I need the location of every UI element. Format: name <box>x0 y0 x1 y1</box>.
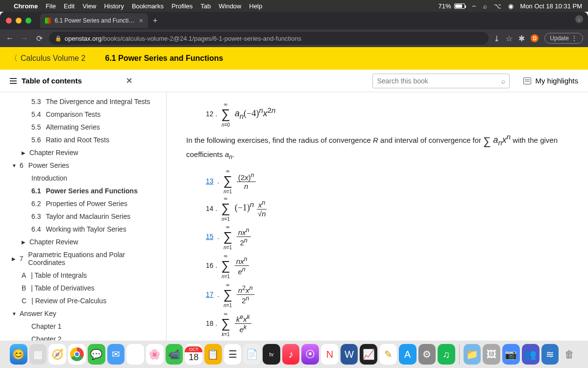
dock-preview[interactable]: 🖼 <box>483 344 500 365</box>
sidebar-item[interactable]: A| Table of Integrals <box>0 269 166 282</box>
sidebar-item[interactable]: ▼6Power Series <box>0 159 166 172</box>
dock-app-1[interactable]: 📋 <box>204 344 222 365</box>
tab-close-icon[interactable]: × <box>139 17 143 25</box>
dock-app-2[interactable]: 📄 <box>243 344 261 365</box>
sidebar-item[interactable]: B| Table of Derivatives <box>0 282 166 294</box>
menu-tab[interactable]: Tab <box>200 2 211 10</box>
profile-badge[interactable]: D <box>531 34 539 42</box>
extensions-icon[interactable]: ✱ <box>518 34 525 43</box>
menu-history[interactable]: History <box>104 2 123 10</box>
menu-bookmarks[interactable]: Bookmarks <box>132 2 164 10</box>
dock-tv[interactable]: tv <box>263 344 280 365</box>
sidebar-item[interactable]: 5.6Ratio and Root Tests <box>0 133 166 146</box>
menu-file[interactable]: File <box>46 2 56 10</box>
item-label: Parametric Equations and Polar Coordinat… <box>28 251 161 266</box>
wifi-icon[interactable]: ⌢ <box>472 2 476 10</box>
menu-profiles[interactable]: Profiles <box>172 2 193 10</box>
item-number: 5.6 <box>31 136 41 144</box>
control-center-icon[interactable]: ⌥ <box>494 2 501 10</box>
dock-mail[interactable]: ✉ <box>107 344 125 365</box>
dock-settings[interactable]: ⚙ <box>418 344 436 365</box>
dock-podcasts[interactable]: ⦿ <box>301 344 319 365</box>
sidebar-item[interactable]: ▶7Parametric Equations and Polar Coordin… <box>0 248 166 269</box>
dock-teams[interactable]: 👥 <box>522 344 539 365</box>
sidebar-item[interactable]: 6.3Taylor and Maclaurin Series <box>0 210 166 223</box>
dock-calendar[interactable]: OCT18 <box>185 344 202 365</box>
exercise-number-link[interactable]: 13 <box>206 177 214 185</box>
exercise-number: 16 . <box>206 262 217 269</box>
siri-icon[interactable]: ◉ <box>508 2 514 10</box>
dock-reminders[interactable]: ☰ <box>224 344 242 365</box>
sidebar-item[interactable]: 6.1Power Series and Functions <box>0 184 166 197</box>
forward-button[interactable]: → <box>20 34 29 43</box>
close-window-button[interactable] <box>6 18 12 24</box>
dock-vscode[interactable]: ≋ <box>541 344 559 365</box>
window-dropdown-icon[interactable]: ⌄ <box>575 15 583 23</box>
item-label: Introduction <box>31 174 67 182</box>
sidebar-item[interactable]: C| Review of Pre-Calculus <box>0 294 166 307</box>
update-button[interactable]: Update ⋮ <box>544 33 583 44</box>
toc-sidebar[interactable]: 5.3The Divergence and Integral Tests5.4C… <box>0 92 167 341</box>
search-input[interactable]: Search this book ⌕ <box>372 74 510 88</box>
item-number: C <box>22 297 26 305</box>
menubar-datetime[interactable]: Mon Oct 18 10:31 PM <box>520 2 582 10</box>
book-back-link[interactable]: 〈 Calculus Volume 2 <box>10 53 86 64</box>
new-tab-button[interactable]: + <box>153 16 157 25</box>
reload-button[interactable]: ⟳ <box>34 34 44 43</box>
sidebar-item[interactable]: Chapter 2 <box>0 333 166 341</box>
dock-zoom[interactable]: 📷 <box>502 344 520 365</box>
dock-news[interactable]: N <box>321 344 339 365</box>
sidebar-item[interactable]: ▼Answer Key <box>0 307 166 320</box>
menu-window[interactable]: Window <box>219 2 241 10</box>
sidebar-item[interactable]: ▶Chapter Review <box>0 146 166 159</box>
dock-messages[interactable]: 💬 <box>88 344 105 365</box>
hamburger-icon <box>10 78 17 84</box>
dock-music[interactable]: ♪ <box>282 344 300 365</box>
search-icon: ⌕ <box>501 77 505 85</box>
sidebar-item[interactable]: Introduction <box>0 172 166 184</box>
toc-toggle[interactable]: Table of contents ✕ <box>10 76 132 85</box>
item-number: 6.1 <box>31 187 41 195</box>
dock-chrome[interactable] <box>68 344 86 365</box>
sidebar-item[interactable]: Chapter 1 <box>0 320 166 333</box>
dock-appstore[interactable]: A <box>399 344 416 365</box>
dock-launchpad[interactable]: ▦ <box>29 344 47 365</box>
sidebar-item[interactable]: 6.4Working with Taylor Series <box>0 223 166 236</box>
dock-word[interactable]: W <box>341 344 358 365</box>
sidebar-item[interactable]: 5.5Alternating Series <box>0 121 166 133</box>
install-icon[interactable]: ⤓ <box>493 34 500 43</box>
battery-status[interactable]: 71% <box>439 2 465 10</box>
dock-photos[interactable]: 🌸 <box>146 344 164 365</box>
dock-slack[interactable]: # <box>126 344 144 365</box>
sidebar-item[interactable]: ▶Chapter Review <box>0 236 166 248</box>
dock-downloads[interactable]: 📁 <box>464 344 481 365</box>
sidebar-item[interactable]: 5.4Comparison Tests <box>0 108 166 121</box>
my-highlights-button[interactable]: My highlights <box>523 77 578 85</box>
menubar-app[interactable]: Chrome <box>14 2 38 10</box>
menu-edit[interactable]: Edit <box>64 2 74 10</box>
url-input[interactable]: 🔒 openstax.org/books/calculus-volume-2@2… <box>49 32 489 45</box>
dock-spotify[interactable]: ♫ <box>438 344 455 365</box>
dock-stocks[interactable]: 📈 <box>360 344 377 365</box>
maximize-window-button[interactable] <box>25 18 31 24</box>
item-label: Power Series <box>28 161 69 169</box>
browser-tab[interactable]: 6.1 Power Series and Functions × <box>40 13 148 28</box>
minimize-window-button[interactable] <box>16 18 22 24</box>
exercise-number-link[interactable]: 15 <box>206 233 214 240</box>
menu-view[interactable]: View <box>82 2 96 10</box>
search-placeholder: Search this book <box>377 77 428 85</box>
dock-safari[interactable]: 🧭 <box>49 344 66 365</box>
back-button[interactable]: ← <box>5 34 15 43</box>
dock-finder[interactable]: 😊 <box>10 344 27 365</box>
sidebar-item[interactable]: 5.3The Divergence and Integral Tests <box>0 95 166 108</box>
menu-help[interactable]: Help <box>249 2 263 10</box>
dock-notes[interactable]: ✎ <box>379 344 397 365</box>
toc-close-icon[interactable]: ✕ <box>126 76 132 85</box>
dock-facetime[interactable]: 📹 <box>166 344 183 365</box>
exercise-number-link[interactable]: 17 <box>206 290 214 298</box>
spotlight-icon[interactable]: ⌕ <box>483 2 487 10</box>
sidebar-item[interactable]: 6.2Properties of Power Series <box>0 197 166 210</box>
dock-trash[interactable]: 🗑 <box>561 344 578 365</box>
exercise-16: 16 . ∑∞n=1 nxnen <box>206 256 568 276</box>
bookmark-star-icon[interactable]: ☆ <box>506 34 513 43</box>
